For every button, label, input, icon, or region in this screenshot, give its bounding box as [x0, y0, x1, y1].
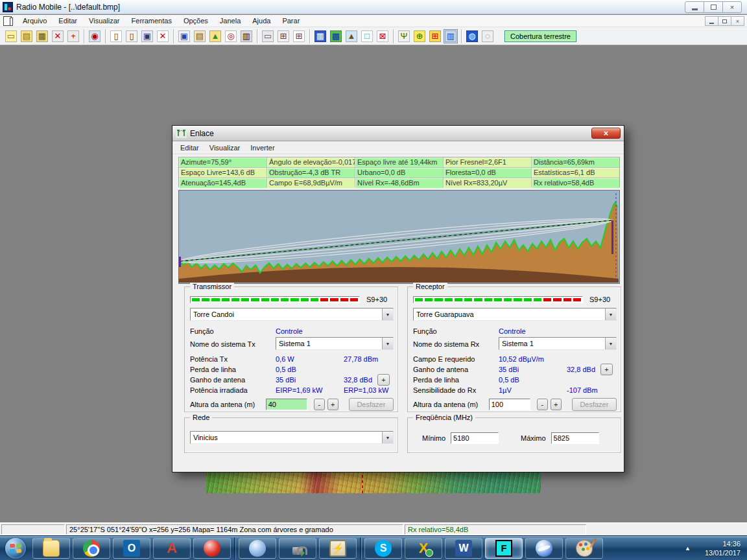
receiver-group: Receptor S9+30 Torre Guarapuava ▼ Função…: [407, 286, 621, 412]
google-earth-taskbar-icon-button[interactable]: [525, 538, 563, 559]
white-net-icon[interactable]: □: [360, 29, 374, 43]
spectrum-icon[interactable]: ▥: [444, 29, 458, 43]
rx-unit-dropdown-icon[interactable]: ▼: [605, 309, 616, 320]
rx-height-plus-button[interactable]: +: [551, 399, 562, 410]
rx-height-label: Altura da antena (m): [413, 401, 489, 408]
link-view-icon[interactable]: Ψ: [397, 29, 411, 43]
menu-ajuda[interactable]: Ajuda: [246, 16, 276, 26]
terrain-view-icon[interactable]: ▲: [344, 29, 359, 43]
add-unit-icon[interactable]: +: [66, 29, 80, 43]
rx-antenna-plus-button[interactable]: +: [600, 364, 613, 375]
menu-parar[interactable]: Parar: [276, 16, 305, 26]
ruler-icon[interactable]: ▭: [261, 29, 275, 43]
enlace-menu-visualizar[interactable]: Visualizar: [204, 143, 246, 153]
open-networks-icon[interactable]: ▤: [19, 29, 34, 43]
tx-height-plus-button[interactable]: +: [327, 399, 338, 410]
rx-system-combo[interactable]: Sistema 1 ▼: [499, 337, 617, 350]
tx-antenna-plus-button[interactable]: +: [377, 374, 390, 386]
tx-funcao-value[interactable]: Controle: [276, 327, 344, 335]
tx-system-combo[interactable]: Sistema 1 ▼: [276, 337, 394, 350]
mdi-close-button[interactable]: ×: [731, 16, 744, 26]
minimize-button[interactable]: [685, 1, 704, 13]
rx-funcao-value[interactable]: Controle: [499, 327, 567, 335]
mdi-document-icon[interactable]: [3, 16, 12, 26]
resize-picture-icon[interactable]: ⊞: [292, 29, 306, 43]
restore-button[interactable]: [704, 1, 723, 13]
outlook-taskbar-icon-button[interactable]: O: [113, 538, 150, 559]
close-picture-icon[interactable]: ✕: [156, 29, 170, 43]
info-cell: Campo E=68,9dBµV/m: [267, 178, 355, 188]
ccleaner-taskbar-icon-button[interactable]: [193, 538, 231, 559]
flip-picture-icon[interactable]: ▯: [124, 29, 139, 43]
edit-networks-icon[interactable]: ⊞: [428, 29, 442, 43]
tx-height-input[interactable]: [266, 399, 307, 410]
vpn-lock-taskbar-icon-button[interactable]: [279, 538, 316, 559]
mdi-restore-button[interactable]: [718, 16, 731, 26]
paste-icon[interactable]: ▤: [193, 29, 207, 43]
tx-system-dropdown-icon[interactable]: ▼: [382, 338, 393, 349]
enlace-titlebar[interactable]: Enlace ×: [172, 126, 624, 141]
enlace-close-button[interactable]: ×: [591, 128, 621, 139]
frequency-max-input[interactable]: [551, 432, 599, 444]
rx-system-dropdown-icon[interactable]: ▼: [605, 338, 616, 349]
save-picture-icon[interactable]: ▣: [140, 29, 154, 43]
rx-undo-button[interactable]: Desfazer: [572, 398, 617, 411]
frequency-min-input[interactable]: [451, 432, 499, 444]
export-picture-icon[interactable]: ▲: [208, 29, 222, 43]
start-button[interactable]: [0, 537, 31, 560]
mdi-minimize-button[interactable]: [705, 16, 718, 26]
terrain-profile-chart[interactable]: [178, 190, 620, 284]
enlace-menu-editar[interactable]: Editar: [175, 143, 204, 153]
taskbar-clock[interactable]: 14:36 13/01/2017: [705, 539, 741, 557]
new-picture-icon[interactable]: ▯: [109, 29, 123, 43]
tx-unit-combo[interactable]: Torre Candoi ▼: [190, 308, 394, 321]
network-combo[interactable]: Vinicius ▼: [190, 431, 394, 444]
merge-pictures-icon: ⊞: [278, 30, 289, 42]
merge-pictures-icon[interactable]: ⊞: [276, 29, 290, 43]
rx-height-input[interactable]: [489, 399, 530, 410]
rx-unit-combo[interactable]: Torre Guarapuava ▼: [413, 308, 617, 321]
remote-desktop-taskbar-icon: ⚡: [329, 540, 346, 557]
rx-height-minus-button[interactable]: -: [537, 399, 548, 410]
copy-icon[interactable]: ▣: [177, 29, 191, 43]
meter-segment: [290, 298, 298, 301]
delete-network-icon[interactable]: ✕: [51, 29, 65, 43]
explorer-taskbar-icon-button[interactable]: [32, 538, 70, 559]
meter-segment: [261, 298, 269, 301]
new-networks-icon[interactable]: ▭: [4, 29, 18, 43]
elevation-map-strip[interactable]: [206, 470, 541, 493]
close-button[interactable]: ×: [722, 1, 742, 13]
menu-opcoes[interactable]: Opções: [178, 16, 214, 26]
chrome-taskbar-icon-button[interactable]: [73, 538, 110, 559]
stop-search-icon[interactable]: ◉: [88, 29, 102, 43]
menu-janela[interactable]: Janela: [214, 16, 246, 26]
target-icon[interactable]: ◎: [224, 29, 238, 43]
word-taskbar-icon-button[interactable]: W: [445, 538, 482, 559]
menu-arquivo[interactable]: Arquivo: [17, 16, 53, 26]
grayscale-icon[interactable]: ▥: [239, 29, 254, 43]
taskbar-separator: [234, 537, 235, 559]
elevation-grid-icon[interactable]: ▦: [313, 29, 327, 43]
world-map-icon[interactable]: ▩: [329, 29, 343, 43]
xshell-taskbar-icon-button[interactable]: X: [405, 538, 442, 559]
menu-editar[interactable]: Editar: [53, 16, 83, 26]
add-object-icon[interactable]: ⊕: [412, 29, 427, 43]
skype-taskbar-icon-button[interactable]: S: [364, 538, 402, 559]
tx-unit-dropdown-icon[interactable]: ▼: [382, 309, 393, 320]
tx-undo-button[interactable]: Desfazer: [349, 398, 394, 411]
menu-visualizar[interactable]: Visualizar: [83, 16, 126, 26]
save-all-icon[interactable]: ▦: [35, 29, 49, 43]
web-update-icon[interactable]: ◍: [465, 29, 479, 43]
tx-height-minus-button[interactable]: -: [314, 399, 325, 410]
anydesk-taskbar-icon-button[interactable]: A: [153, 538, 191, 559]
paint-taskbar-icon-button[interactable]: [565, 538, 603, 559]
menu-ferramentas[interactable]: Ferramentas: [126, 16, 178, 26]
enlace-menu-inverter[interactable]: Inverter: [245, 143, 279, 153]
radio-mobile-taskbar-icon-button[interactable]: F: [485, 538, 523, 559]
network-dropdown-icon[interactable]: ▼: [382, 432, 393, 443]
mesh-sphere-icon[interactable]: ◌: [480, 29, 495, 43]
winbox-taskbar-icon-button[interactable]: [239, 538, 276, 559]
delete-net-icon[interactable]: ⊠: [375, 29, 390, 43]
remote-desktop-taskbar-icon-button[interactable]: ⚡: [319, 538, 357, 559]
tray-expand-icon[interactable]: ▲: [685, 545, 691, 552]
